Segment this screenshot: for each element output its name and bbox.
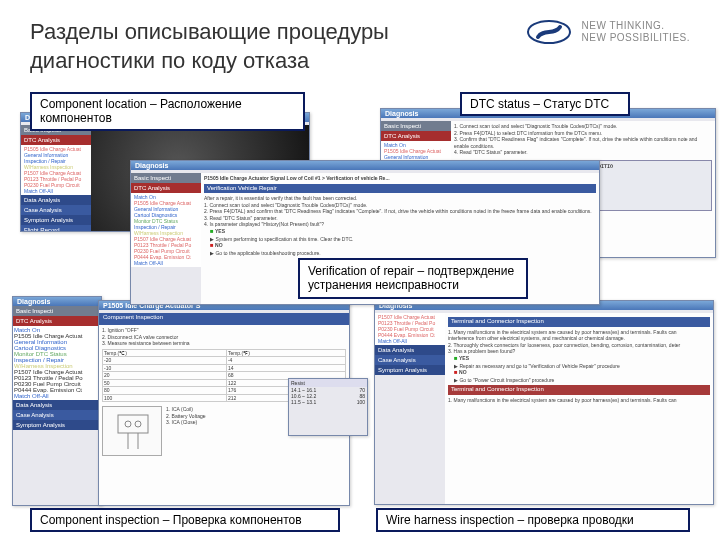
connector-diagram-icon [103,407,163,457]
tab-data-analysis[interactable]: Data Analysis [375,345,445,355]
no-text: ▶ Go to "Power Circuit Inspection" proce… [454,377,710,384]
tab-dtc-analysis[interactable]: DTC Analysis [131,183,201,193]
page-title: Разделы описывающие процедуры диагностик… [30,18,510,75]
content-title: P1505 Idle Charge Actuator Signal Low of… [204,175,596,182]
match[interactable]: Match Off-All [22,188,90,194]
brand-block: NEW THINKING. NEW POSSIBILITIES. [526,18,690,46]
tab-data-analysis[interactable]: Data Analysis [21,195,91,205]
svg-point-3 [135,421,141,427]
match[interactable]: Match Off-All [14,393,100,399]
no-text: ▶ Go to the applicable troubleshooting p… [210,250,596,257]
callout-component-location: Component location – Расположение компон… [30,92,305,131]
section-header: Component Inspection [99,313,349,325]
step: 2. Press F4(DTAL) and confirm that "DTC … [204,208,596,215]
section-header: Terminal and Connector Inspection [448,385,710,395]
match[interactable]: Match Off-All [376,338,444,344]
match[interactable]: Match Off-All [132,260,200,266]
tab-case-analysis[interactable]: Case Analysis [13,410,101,420]
tab-symptom[interactable]: Symptom Analysis [13,420,101,430]
tab-basic-inspection[interactable]: Basic Inspecti [131,173,201,183]
tab-basic-inspection[interactable]: Basic Inspecti [13,306,101,316]
body: 1. Many malfunctions in the electrical s… [448,397,710,404]
window-titlebar: Diagnosis [13,297,101,306]
yes-label: YES [459,355,469,361]
no-label: NO [215,242,223,248]
pin-label: 3. ICA (Close) [166,419,205,426]
tab-dtc-analysis[interactable]: DTC Analysis [21,135,91,145]
tab-dtc-analysis[interactable]: DTC Analysis [381,131,451,141]
no-label: NO [459,369,467,375]
callout-component-inspection: Component inspection – Проверка компонен… [30,508,340,532]
section-header: Verification Vehicle Repair [204,184,596,194]
tab-flight[interactable]: Flight Record [21,225,91,232]
callout-dtc-status: DTC status – Статус DTC [460,92,630,116]
window-titlebar: Diagnosis [131,161,599,170]
svg-point-2 [125,421,131,427]
yes-label: YES [215,228,225,234]
step: 3. Measure resistance between termina [102,340,346,347]
hyundai-logo-icon [526,18,572,46]
window-side-stack: Diagnosis Basic Inspecti DTC Analysis Ma… [12,296,102,506]
window-wire-harness: Diagnosis P1507 Idle Charge Actuat P0123… [374,300,714,505]
resist-table: Resist 14.1 ~ 16.170 10.6 ~ 12.288 11.5 … [288,378,368,436]
section-header: Terminal and Connector Inspection [448,317,710,327]
tab-data-analysis[interactable]: Data Analysis [13,400,101,410]
tab-case-analysis[interactable]: Case Analysis [21,205,91,215]
step: 3. Confirm that "DTC Readiness Flag" ind… [454,136,712,149]
tab-symptom[interactable]: Symptom Analysis [21,215,91,225]
step: 4. Read "DTC Status" parameter. [454,149,712,156]
tab-symptom[interactable]: Symptom Analysis [375,365,445,375]
tab-basic-inspection[interactable]: Basic Inspecti [381,121,451,131]
callout-verification: Verification of repair – подтверждение у… [298,258,528,299]
callout-wire-harness: Wire harness inspection – проверка прово… [376,508,690,532]
tab-dtc-analysis[interactable]: DTC Analysis [13,316,101,326]
tab-case-analysis[interactable]: Case Analysis [375,355,445,365]
svg-rect-1 [118,415,148,433]
brand-tagline: NEW THINKING. NEW POSSIBILITIES. [582,20,690,44]
